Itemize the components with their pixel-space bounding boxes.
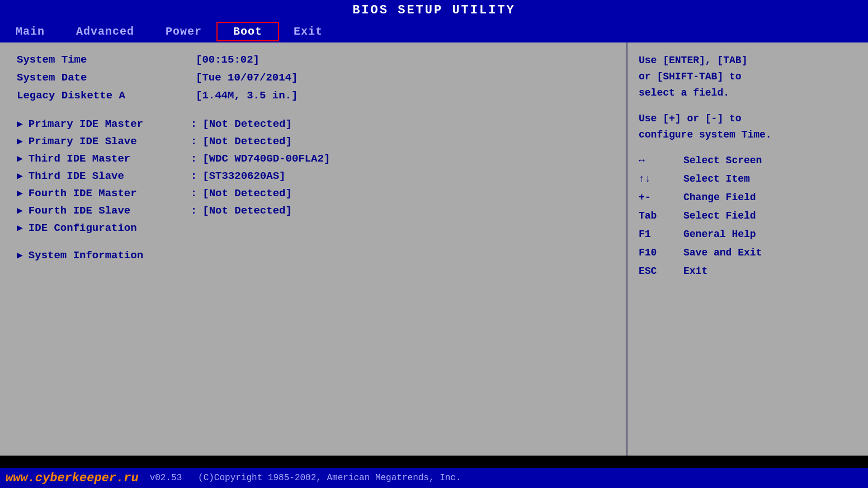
field-row: Legacy Diskette A[1.44M, 3.5 in.] <box>17 89 610 102</box>
submenu-value: [ST3320620AS] <box>202 170 285 182</box>
left-panel: System Time[00:15:02]System Date[Tue 10/… <box>0 42 628 456</box>
menu-bar: MainAdvancedPowerBootExit <box>0 21 868 42</box>
field-row: System Date[Tue 10/07/2014] <box>17 72 610 84</box>
fields-container: System Time[00:15:02]System Date[Tue 10/… <box>17 54 610 102</box>
submenu-item[interactable]: ▶Third IDE Slave: [ST3320620AS] <box>17 169 610 182</box>
submenu-label: IDE Configuration <box>29 222 191 234</box>
key-name: Tab <box>639 209 683 224</box>
submenus-container: ▶Primary IDE Master: [Not Detected]▶Prim… <box>17 117 610 234</box>
field-label: Legacy Diskette A <box>17 89 196 102</box>
arrow-icon: ▶ <box>17 204 23 216</box>
help-line5: Use [+] or [-] to <box>639 113 742 124</box>
submenu-label: Fourth IDE Slave <box>29 205 191 217</box>
help-text: Use [ENTER], [TAB] or [SHIFT-TAB] to sel… <box>639 53 857 101</box>
arrow-icon: ▶ <box>17 169 23 182</box>
menu-item-advanced[interactable]: Advanced <box>60 23 150 40</box>
arrow-icon: ▶ <box>17 135 23 147</box>
menu-item-power[interactable]: Power <box>150 23 218 40</box>
submenu-value: [Not Detected] <box>202 135 292 148</box>
key-desc: Save and Exit <box>683 245 762 260</box>
submenu-label: Primary IDE Master <box>29 118 191 130</box>
help-line1: Use [ENTER], [TAB] <box>639 55 747 66</box>
key-row: ↑↓Select Item <box>639 172 857 187</box>
submenu-colon: : <box>191 135 197 148</box>
help-line3: select a field. <box>639 87 729 98</box>
arrow-icon: ▶ <box>17 187 23 199</box>
footer-copyright: v02.53 (C)Copyright 1985-2002, American … <box>150 473 461 483</box>
submenu-value: [Not Detected] <box>202 187 292 200</box>
arrow-icon: ▶ <box>17 152 23 164</box>
key-desc: Change Field <box>683 190 756 205</box>
bios-title: BIOS SETUP UTILITY <box>352 3 516 17</box>
arrow-icon: ▶ <box>17 221 23 234</box>
submenu-colon: : <box>191 187 197 200</box>
submenu-item[interactable]: ▶Third IDE Master: [WDC WD740GD-00FLA2] <box>17 152 610 165</box>
submenu-label: Fourth IDE Master <box>29 187 191 200</box>
submenu-colon: : <box>191 118 197 130</box>
footer: www.cyberkeeper.ru v02.53 (C)Copyright 1… <box>0 468 868 488</box>
submenu-label: Primary IDE Slave <box>29 135 191 148</box>
system-info-label: System Information <box>29 249 143 262</box>
submenu-value: [Not Detected] <box>202 205 292 217</box>
arrow-icon: ▶ <box>17 117 23 130</box>
submenu-colon: : <box>191 153 197 165</box>
key-table: ↔Select Screen↑↓Select Item+-Change Fiel… <box>639 153 857 279</box>
submenu-value: [Not Detected] <box>202 118 292 130</box>
key-desc: Exit <box>683 264 707 279</box>
key-row: F10Save and Exit <box>639 245 857 260</box>
submenu-item[interactable]: ▶Fourth IDE Slave: [Not Detected] <box>17 204 610 217</box>
right-panel: Use [ENTER], [TAB] or [SHIFT-TAB] to sel… <box>628 42 868 456</box>
main-area: System Time[00:15:02]System Date[Tue 10/… <box>0 42 868 456</box>
submenu-label: Third IDE Master <box>29 153 191 165</box>
key-name: +- <box>639 190 683 205</box>
footer-logo: www.cyberkeeper.ru <box>6 471 139 485</box>
key-name: F10 <box>639 245 683 260</box>
key-name: ESC <box>639 264 683 279</box>
key-row: ESCExit <box>639 264 857 279</box>
system-information-item[interactable]: ▶System Information <box>17 249 610 262</box>
submenu-item[interactable]: ▶Primary IDE Master: [Not Detected] <box>17 117 610 130</box>
field-value[interactable]: [1.44M, 3.5 in.] <box>196 89 298 102</box>
help-line2: or [SHIFT-TAB] to <box>639 71 742 82</box>
field-label: System Time <box>17 54 196 66</box>
key-name: ↔ <box>639 153 683 168</box>
key-desc: Select Item <box>683 172 750 187</box>
key-row: +-Change Field <box>639 190 857 205</box>
key-name: ↑↓ <box>639 172 683 187</box>
submenu-colon: : <box>191 205 197 217</box>
key-desc: Select Field <box>683 209 756 224</box>
help-line6: configure system Time. <box>639 129 772 140</box>
arrow-icon: ▶ <box>17 249 23 261</box>
field-label: System Date <box>17 72 196 84</box>
key-row: F1General Help <box>639 227 857 242</box>
menu-item-main[interactable]: Main <box>0 23 60 40</box>
field-row: System Time[00:15:02] <box>17 54 610 66</box>
submenu-label: Third IDE Slave <box>29 170 191 182</box>
submenu-item[interactable]: ▶IDE Configuration <box>17 221 610 234</box>
submenu-item[interactable]: ▶Primary IDE Slave: [Not Detected] <box>17 135 610 148</box>
title-bar: BIOS SETUP UTILITY <box>0 0 868 21</box>
key-desc: Select Screen <box>683 153 762 168</box>
submenu-value: [WDC WD740GD-00FLA2] <box>202 153 330 165</box>
submenu-colon: : <box>191 170 197 182</box>
key-name: F1 <box>639 227 683 242</box>
menu-item-boot[interactable]: Boot <box>218 23 278 40</box>
field-value[interactable]: [Tue 10/07/2014] <box>196 72 298 84</box>
field-value[interactable]: [00:15:02] <box>196 54 260 66</box>
sysinfo-container: ▶System Information <box>17 249 610 262</box>
help-text2: Use [+] or [-] to configure system Time. <box>639 111 857 143</box>
footer-bottom: www.cyberkeeper.ru v02.53 (C)Copyright 1… <box>0 468 868 488</box>
menu-item-exit[interactable]: Exit <box>278 23 338 40</box>
key-desc: General Help <box>683 227 756 242</box>
key-row: TabSelect Field <box>639 209 857 224</box>
key-row: ↔Select Screen <box>639 153 857 168</box>
submenu-item[interactable]: ▶Fourth IDE Master: [Not Detected] <box>17 187 610 200</box>
